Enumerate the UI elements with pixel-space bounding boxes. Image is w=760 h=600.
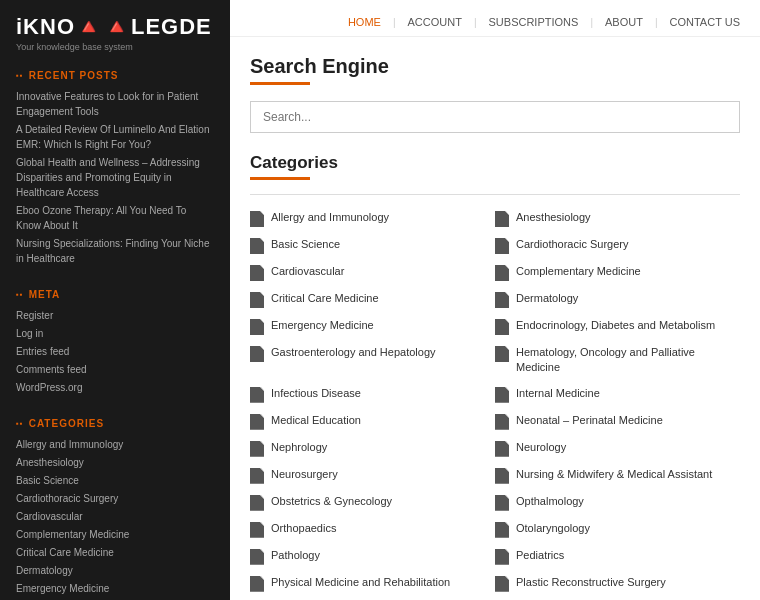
category-item-neurosurgery[interactable]: Neurosurgery xyxy=(250,462,495,489)
category-item-dermatology[interactable]: Dermatology xyxy=(495,286,740,313)
category-item-pediatrics[interactable]: Pediatrics xyxy=(495,543,740,570)
category-item-allergy[interactable]: Allergy and Immunology xyxy=(250,205,495,232)
category-item-otolaryngology[interactable]: Otolaryngology xyxy=(495,516,740,543)
category-item-nephrology[interactable]: Nephrology xyxy=(250,435,495,462)
category-item-neonatal[interactable]: Neonatal – Perinatal Medicine xyxy=(495,408,740,435)
category-item-nursing[interactable]: Nursing & Midwifery & Medical Assistant xyxy=(495,462,740,489)
nav-account[interactable]: ACCOUNT xyxy=(408,16,462,28)
doc-icon xyxy=(250,549,264,565)
doc-icon xyxy=(495,319,509,335)
recent-post-5[interactable]: Nursing Specializations: Finding Your Ni… xyxy=(16,236,214,266)
doc-icon xyxy=(250,346,264,362)
doc-icon xyxy=(250,468,264,484)
recent-posts-title: RECENT POSTS xyxy=(16,70,214,81)
category-item-medical-ed[interactable]: Medical Education xyxy=(250,408,495,435)
recent-post-3[interactable]: Global Health and Wellness – Addressing … xyxy=(16,155,214,200)
doc-icon xyxy=(495,211,509,227)
recent-post-4[interactable]: Eboo Ozone Therapy: All You Need To Know… xyxy=(16,203,214,233)
logo: iKNO🔺🔺LEGDE xyxy=(16,14,214,40)
search-input[interactable] xyxy=(250,101,740,133)
category-item-neurology[interactable]: Neurology xyxy=(495,435,740,462)
category-item-plastic-surgery[interactable]: Plastic Reconstructive Surgery xyxy=(495,570,740,597)
doc-icon xyxy=(495,549,509,565)
meta-wordpress[interactable]: WordPress.org xyxy=(16,380,214,395)
category-item-basic-science[interactable]: Basic Science xyxy=(250,232,495,259)
sidebar-cat-2[interactable]: Basic Science xyxy=(16,473,214,488)
meta-title: META xyxy=(16,289,214,300)
doc-icon xyxy=(495,292,509,308)
categories-section: Categories Allergy and Immunology Anesth… xyxy=(250,153,740,600)
search-title-underline xyxy=(250,82,310,85)
meta-entries-feed[interactable]: Entries feed xyxy=(16,344,214,359)
sidebar-cat-1[interactable]: Anesthesiology xyxy=(16,455,214,470)
category-item-physical-med[interactable]: Physical Medicine and Rehabilitation xyxy=(250,570,495,597)
doc-icon xyxy=(250,576,264,592)
logo-area: iKNO🔺🔺LEGDE Your knowledge base system xyxy=(0,0,230,60)
top-nav: HOME | ACCOUNT | SUBSCRIPTIONS | ABOUT |… xyxy=(230,0,760,37)
doc-icon xyxy=(495,468,509,484)
categories-grid: Allergy and Immunology Anesthesiology Ba… xyxy=(250,205,740,600)
doc-icon xyxy=(495,346,509,362)
category-item-endocrinology[interactable]: Endocrinology, Diabetes and Metabolism xyxy=(495,313,740,340)
recent-posts-section: RECENT POSTS Innovative Features to Look… xyxy=(0,60,230,279)
meta-login[interactable]: Log in xyxy=(16,326,214,341)
meta-comments-feed[interactable]: Comments feed xyxy=(16,362,214,377)
doc-icon xyxy=(250,522,264,538)
recent-post-2[interactable]: A Detailed Review Of Luminello And Elati… xyxy=(16,122,214,152)
category-item-internal[interactable]: Internal Medicine xyxy=(495,381,740,408)
doc-icon xyxy=(495,576,509,592)
sidebar-cat-6[interactable]: Critical Care Medicine xyxy=(16,545,214,560)
logo-icon: 🔺🔺 xyxy=(75,14,131,39)
search-title: Search Engine xyxy=(250,55,740,78)
category-item-cardiovascular[interactable]: Cardiovascular xyxy=(250,259,495,286)
sidebar-cat-7[interactable]: Dermatology xyxy=(16,563,214,578)
doc-icon xyxy=(250,441,264,457)
sidebar-cat-5[interactable]: Complementary Medicine xyxy=(16,527,214,542)
doc-icon xyxy=(250,387,264,403)
category-item-pathology[interactable]: Pathology xyxy=(250,543,495,570)
sidebar: iKNO🔺🔺LEGDE Your knowledge base system R… xyxy=(0,0,230,600)
doc-icon xyxy=(495,265,509,281)
doc-icon xyxy=(495,522,509,538)
main-content: HOME | ACCOUNT | SUBSCRIPTIONS | ABOUT |… xyxy=(230,0,760,600)
doc-icon xyxy=(250,211,264,227)
sidebar-cat-4[interactable]: Cardiovascular xyxy=(16,509,214,524)
sidebar-categories-title: CATEGORIES xyxy=(16,418,214,429)
doc-icon xyxy=(250,292,264,308)
categories-divider xyxy=(250,194,740,195)
meta-section: META Register Log in Entries feed Commen… xyxy=(0,279,230,408)
nav-home[interactable]: HOME xyxy=(348,16,381,28)
doc-icon xyxy=(495,495,509,511)
sidebar-cat-3[interactable]: Cardiothoracic Surgery xyxy=(16,491,214,506)
doc-icon xyxy=(495,238,509,254)
nav-subscriptions[interactable]: SUBSCRIPTIONS xyxy=(489,16,579,28)
categories-underline xyxy=(250,177,310,180)
category-item-hematology[interactable]: Hematology, Oncology and Palliative Medi… xyxy=(495,340,740,381)
category-item-orthopaedics[interactable]: Orthopaedics xyxy=(250,516,495,543)
categories-heading: Categories xyxy=(250,153,740,173)
meta-register[interactable]: Register xyxy=(16,308,214,323)
doc-icon xyxy=(495,414,509,430)
category-item-gastro[interactable]: Gastroenterology and Hepatology xyxy=(250,340,495,381)
sidebar-cat-8[interactable]: Emergency Medicine xyxy=(16,581,214,596)
category-item-opthalmology[interactable]: Opthalmology xyxy=(495,489,740,516)
nav-contact[interactable]: CONTACT US xyxy=(670,16,741,28)
category-item-emergency[interactable]: Emergency Medicine xyxy=(250,313,495,340)
recent-post-1[interactable]: Innovative Features to Look for in Patie… xyxy=(16,89,214,119)
doc-icon xyxy=(250,495,264,511)
content-area: Search Engine Categories Allergy and Imm… xyxy=(230,37,760,600)
category-item-complementary[interactable]: Complementary Medicine xyxy=(495,259,740,286)
doc-icon xyxy=(250,414,264,430)
nav-about[interactable]: ABOUT xyxy=(605,16,643,28)
category-item-cardiothoracic[interactable]: Cardiothoracic Surgery xyxy=(495,232,740,259)
doc-icon xyxy=(495,387,509,403)
category-item-infectious[interactable]: Infectious Disease xyxy=(250,381,495,408)
category-item-anesthesiology[interactable]: Anesthesiology xyxy=(495,205,740,232)
category-item-critical-care[interactable]: Critical Care Medicine xyxy=(250,286,495,313)
doc-icon xyxy=(250,265,264,281)
sidebar-categories-section: CATEGORIES Allergy and Immunology Anesth… xyxy=(0,408,230,600)
category-item-obgyn[interactable]: Obstetrics & Gynecology xyxy=(250,489,495,516)
sidebar-cat-0[interactable]: Allergy and Immunology xyxy=(16,437,214,452)
doc-icon xyxy=(250,238,264,254)
search-section: Search Engine xyxy=(250,55,740,153)
